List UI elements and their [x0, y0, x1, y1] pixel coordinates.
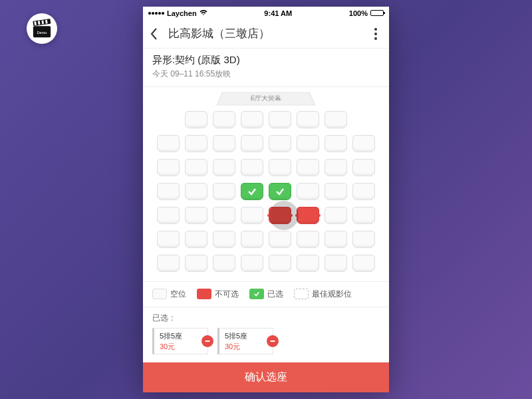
- screen-label: E厅大荧幕: [217, 92, 316, 105]
- legend-empty-swatch: [152, 289, 167, 299]
- ticket-seat: 5排5座: [225, 331, 269, 341]
- seat[interactable]: [325, 231, 347, 248]
- legend-empty-label: 空位: [170, 289, 186, 300]
- seat[interactable]: [325, 111, 347, 128]
- seat[interactable]: [325, 207, 347, 224]
- seat[interactable]: [241, 231, 263, 248]
- legend-empty: 空位: [152, 289, 186, 300]
- seat[interactable]: [352, 135, 375, 152]
- seat[interactable]: [269, 111, 291, 128]
- seat[interactable]: [325, 183, 347, 200]
- seat[interactable]: [213, 135, 235, 152]
- seat[interactable]: [297, 231, 319, 248]
- legend-selected: 已选: [249, 289, 283, 300]
- seat[interactable]: [241, 207, 263, 224]
- seat[interactable]: [185, 231, 207, 248]
- selected-seats-section: 已选： 5排5座30元5排5座30元: [143, 307, 389, 362]
- seat[interactable]: [352, 231, 375, 248]
- nav-bar: 比高影城（三墩店）: [143, 20, 389, 49]
- seat[interactable]: [325, 255, 347, 272]
- seat[interactable]: [157, 183, 180, 200]
- seat[interactable]: [352, 255, 375, 272]
- seat[interactable]: [352, 207, 375, 224]
- seat[interactable]: [297, 135, 319, 152]
- remove-ticket-button[interactable]: [267, 335, 279, 347]
- clock-label: 9:41 AM: [264, 9, 292, 17]
- battery-icon: [370, 10, 384, 16]
- seat[interactable]: [269, 183, 291, 200]
- seat[interactable]: [213, 231, 235, 248]
- seat[interactable]: [269, 255, 291, 272]
- ticket-list: 5排5座30元5排5座30元: [152, 328, 380, 354]
- back-button[interactable]: [150, 27, 166, 41]
- seat[interactable]: [213, 207, 235, 224]
- seat[interactable]: [352, 183, 375, 200]
- seat[interactable]: [297, 111, 319, 128]
- seat[interactable]: [269, 135, 291, 152]
- seat[interactable]: [185, 255, 207, 272]
- seat[interactable]: [185, 183, 207, 200]
- phone-frame: Laychen 9:41 AM 100% 比高影城（三墩店） 异形:契约 (原版…: [143, 7, 389, 392]
- legend-sold: 不可选: [197, 289, 239, 300]
- confirm-label: 确认选座: [245, 370, 287, 384]
- seat-legend: 空位 不可选 已选 最佳观影位: [143, 281, 389, 307]
- legend-selected-swatch: [249, 289, 264, 299]
- seat[interactable]: [269, 159, 291, 176]
- screen-indicator: E厅大荧幕: [143, 87, 389, 107]
- showtime-label: 今天 09–11 16:55放映: [152, 68, 380, 80]
- seat[interactable]: [352, 159, 375, 176]
- movie-header: 异形:契约 (原版 3D) 今天 09–11 16:55放映: [143, 49, 389, 87]
- remove-ticket-button[interactable]: [201, 335, 213, 347]
- check-icon: [247, 187, 257, 196]
- seat[interactable]: [269, 231, 291, 248]
- legend-best: 最佳观影位: [294, 289, 352, 300]
- seat[interactable]: [241, 159, 263, 176]
- app-logo-badge: Demo: [27, 13, 57, 44]
- svg-text:Demo: Demo: [37, 31, 47, 35]
- more-button[interactable]: [370, 24, 381, 44]
- seat[interactable]: [157, 207, 180, 224]
- ticket-price: 30元: [160, 342, 203, 352]
- seat[interactable]: [297, 255, 319, 272]
- legend-best-swatch: [294, 289, 309, 299]
- ticket-chip: 5排5座30元: [152, 328, 208, 354]
- seat[interactable]: [325, 159, 347, 176]
- seat[interactable]: [157, 135, 180, 152]
- seat[interactable]: [185, 111, 207, 128]
- legend-sold-label: 不可选: [215, 289, 239, 300]
- seat[interactable]: [325, 135, 347, 152]
- seat[interactable]: [213, 255, 235, 272]
- seat[interactable]: [241, 183, 263, 200]
- check-icon: [275, 187, 285, 196]
- seat: [269, 207, 291, 224]
- minus-icon: [269, 338, 276, 344]
- chevron-left-icon: [150, 27, 159, 41]
- seat-map[interactable]: [143, 107, 389, 281]
- carrier-label: Laychen: [167, 9, 197, 17]
- seat[interactable]: [157, 255, 180, 272]
- legend-selected-label: 已选: [267, 289, 283, 300]
- seat[interactable]: [157, 159, 180, 176]
- seat[interactable]: [185, 207, 207, 224]
- svg-rect-8: [271, 340, 275, 342]
- ticket-seat: 5排5座: [160, 331, 203, 341]
- seat[interactable]: [213, 159, 235, 176]
- seat[interactable]: [157, 231, 180, 248]
- svg-rect-7: [205, 340, 210, 342]
- seat: [297, 207, 319, 224]
- legend-sold-swatch: [197, 289, 211, 299]
- seat[interactable]: [185, 159, 207, 176]
- seat[interactable]: [213, 183, 235, 200]
- seat[interactable]: [297, 159, 319, 176]
- seat[interactable]: [185, 135, 207, 152]
- confirm-button[interactable]: 确认选座: [143, 362, 389, 392]
- seat[interactable]: [241, 111, 263, 128]
- seat[interactable]: [241, 135, 263, 152]
- battery-percent: 100%: [349, 9, 368, 17]
- wifi-icon: [200, 9, 207, 17]
- seat[interactable]: [241, 255, 263, 272]
- legend-best-label: 最佳观影位: [312, 289, 352, 300]
- seat[interactable]: [213, 111, 235, 128]
- seat[interactable]: [297, 183, 319, 200]
- ticket-price: 30元: [225, 342, 269, 352]
